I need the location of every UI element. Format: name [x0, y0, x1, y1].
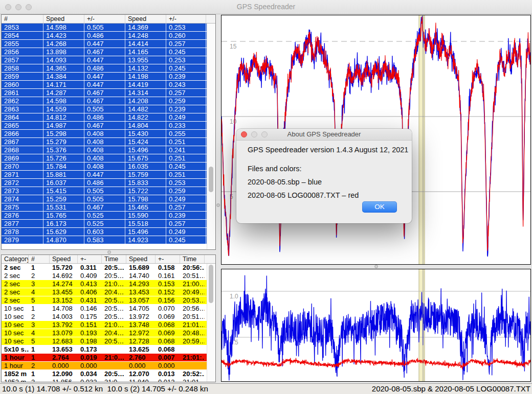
table-row[interactable]: 287815.6290.60315.4960.249 — [2, 228, 207, 236]
table-row[interactable]: 287515.5310.46715.4650.257 — [2, 203, 207, 212]
table-row[interactable]: 285314.5980.50514.3690.253 — [2, 24, 207, 32]
uncertainty-chart-canvas[interactable]: 1.00.5 — [221, 269, 530, 381]
table-row[interactable]: 287716.1730.52515.5180.257 — [2, 220, 207, 228]
table-row[interactable]: 287415.2590.50515.7980.249 — [2, 195, 207, 203]
column-header[interactable]: +- — [78, 255, 102, 263]
zoom-button[interactable] — [26, 4, 32, 10]
table-row[interactable]: 285514.2680.44714.4140.257 — [2, 40, 207, 48]
cell: 0.409 — [78, 272, 102, 280]
column-header[interactable]: Speed — [125, 15, 166, 23]
table-row[interactable]: 286615.2980.40815.4300.255 — [2, 130, 207, 138]
table-row[interactable]: 286414.8120.48614.8220.249 — [2, 113, 207, 122]
chart-splitter[interactable] — [221, 265, 530, 269]
cell: 21:0… — [102, 354, 126, 361]
table-row[interactable]: 10 sec114.7080.14620:5…14.7050.07020:56… — [2, 305, 207, 313]
panel-splitter[interactable] — [216, 14, 221, 383]
points-scrollbar[interactable] — [207, 24, 215, 249]
cell: 14.804 — [125, 122, 166, 129]
column-header[interactable]: +/- — [166, 15, 206, 23]
table-row[interactable]: 287015.7840.40816.0350.245 — [2, 163, 207, 171]
uncertainty-chart[interactable]: 1.00.5 — [221, 269, 531, 382]
cell: 2860 — [2, 81, 43, 88]
table-row[interactable]: 1 hour12.7640.01921:0…2.7600.00721:01:… — [2, 354, 207, 362]
table-row[interactable]: 286114.2870.46714.3140.257 — [2, 89, 207, 97]
table-row[interactable]: 286214.5980.46714.2080.259 — [2, 97, 207, 105]
cell: 12.728 — [126, 337, 156, 345]
column-header[interactable]: Time — [180, 255, 205, 263]
table-row[interactable]: 286314.5590.50514.4820.239 — [2, 105, 207, 113]
minimize-button[interactable] — [15, 4, 21, 10]
cell: 0.251 — [166, 171, 206, 178]
table-row[interactable]: 2 sec413.4550.40620:4…13.4530.15220:49… — [2, 288, 207, 296]
dialog-close-button[interactable] — [241, 131, 247, 137]
category-table-body: 2 sec115.7200.31120:5…15.6890.15820:56:…… — [2, 264, 215, 382]
cell: 0.245 — [166, 48, 206, 56]
cell: 2871 — [2, 171, 43, 178]
cell: 15.518 — [125, 220, 166, 227]
table-row[interactable]: 287115.8810.44715.7590.251 — [2, 171, 207, 179]
table-row[interactable]: 286514.9870.46714.8040.233 — [2, 122, 207, 130]
close-button[interactable] — [5, 4, 11, 10]
cell: 20:4… — [102, 288, 126, 296]
cell: 15.376 — [43, 146, 84, 154]
table-row[interactable]: 285914.3840.44714.1980.239 — [2, 73, 207, 81]
cell: 0.603 — [84, 228, 125, 236]
cell: 14.870 — [43, 236, 84, 244]
table-row[interactable]: 2 sec314.2740.41321:0…14.2930.15321:00… — [2, 280, 207, 288]
table-row[interactable]: 286014.1710.44714.4190.243 — [2, 81, 207, 89]
table-row[interactable]: 287315.4150.50515.7220.259 — [2, 187, 207, 195]
cell: 3 — [29, 321, 50, 329]
table-row[interactable]: 2 sec214.6920.40920:5…14.7400.16120:51… — [2, 272, 207, 280]
table-row[interactable]: 285613.8980.46714.1650.245 — [2, 48, 207, 56]
column-header[interactable]: +/- — [84, 15, 125, 23]
column-header[interactable]: Category — [2, 255, 29, 263]
table-row[interactable]: 286715.2790.40815.4240.251 — [2, 138, 207, 146]
table-row[interactable]: 1 hour20.0000.0000.0000.000 — [2, 362, 207, 370]
cell: 2855 — [2, 40, 43, 48]
ok-button[interactable]: OK — [362, 201, 397, 213]
table-row[interactable]: 10 sec214.0030.17520:5…13.9720.06920:51… — [2, 313, 207, 321]
table-row[interactable]: 10 sec313.7920.15121:0…13.7480.06821:01… — [2, 321, 207, 329]
cell: 13.972 — [126, 313, 156, 320]
cell: 14.314 — [125, 89, 166, 97]
table-row[interactable]: 285414.4230.48614.2480.260 — [2, 32, 207, 40]
table-row[interactable]: 2 sec115.7200.31120:5…15.6890.15820:56:… — [2, 264, 207, 272]
table-row[interactable]: 287216.0370.48615.8330.253 — [2, 179, 207, 187]
cell: 2.764 — [50, 354, 78, 361]
dialog-titlebar[interactable]: About GPS Speedreader — [236, 129, 412, 141]
column-header[interactable]: # — [2, 15, 43, 23]
column-header[interactable]: Speed — [43, 15, 84, 23]
column-header[interactable]: Speed — [126, 255, 156, 263]
column-header[interactable]: +- — [156, 255, 180, 263]
table-row[interactable]: 2 sec513.1520.43120:5…13.0570.15620:53… — [2, 296, 207, 305]
table-row[interactable]: 285814.3650.48614.1320.245 — [2, 64, 207, 73]
cell: 16.173 — [43, 220, 84, 227]
table-row[interactable]: 285714.0930.44713.9550.253 — [2, 56, 207, 64]
cell: 2862 — [2, 97, 43, 105]
table-row[interactable]: 286815.3760.40815.4960.241 — [2, 146, 207, 154]
table-row[interactable]: 287914.8700.58314.9230.245 — [2, 236, 207, 244]
column-header[interactable]: Speed — [50, 255, 78, 263]
cell: 13.653 — [50, 345, 78, 353]
table-row[interactable]: 287615.7650.52515.5900.239 — [2, 212, 207, 220]
cell: 0.406 — [78, 288, 102, 296]
points-scrollbar-thumb[interactable] — [209, 167, 213, 192]
window-titlebar[interactable]: GPS Speedreader — [0, 0, 532, 14]
column-header[interactable]: # — [29, 255, 50, 263]
category-scrollbar[interactable] — [207, 264, 215, 382]
table-row[interactable]: 10 sec512.6830.19820:5…12.7280.06820:59… — [2, 337, 207, 345]
table-row[interactable]: 10 sec413.0790.19320:4…12.9720.06920:48… — [2, 329, 207, 337]
category-scrollbar-thumb[interactable] — [209, 265, 213, 303]
cell: 21:01… — [180, 321, 205, 329]
table-row[interactable]: 1852 m112.0900.03420:5…12.0700.01320:52:… — [2, 370, 207, 378]
cell: 13.748 — [126, 321, 156, 329]
table-row[interactable]: 1852 m211.8560.03221:0…11.8400.01221:01… — [2, 378, 207, 382]
cell: 2875 — [2, 203, 43, 211]
cell: 5x10 s… — [2, 345, 29, 353]
dialog-minimize-button — [251, 131, 257, 137]
table-row[interactable]: 5x10 s…113.6530.17313.6250.068 — [2, 345, 207, 354]
table-row[interactable]: 286915.7260.40815.6750.251 — [2, 154, 207, 163]
column-header[interactable]: Time — [102, 255, 126, 263]
table-splitter[interactable] — [1, 250, 216, 254]
cell: 0.408 — [84, 154, 125, 162]
